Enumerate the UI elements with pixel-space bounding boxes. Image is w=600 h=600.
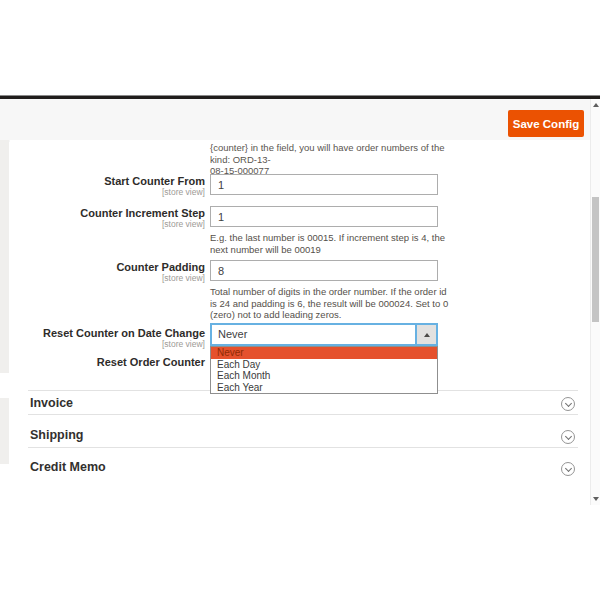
screenshot-canvas: Save Config {counter} in the field, you … bbox=[0, 0, 600, 600]
dropdown-option-never[interactable]: Never bbox=[211, 347, 437, 359]
section-divider bbox=[28, 447, 578, 448]
counter-padding-note: Total number of digits in the order numb… bbox=[210, 286, 450, 321]
comment-line: {counter} in the field, you will have or… bbox=[210, 142, 450, 165]
triangle-up-icon bbox=[424, 333, 430, 337]
order-number-format-comment: {counter} in the field, you will have or… bbox=[210, 142, 450, 177]
page-action-bar bbox=[0, 99, 590, 142]
section-shipping[interactable]: Shipping bbox=[30, 428, 83, 442]
chevron-down-icon bbox=[564, 432, 571, 439]
increment-step-input[interactable] bbox=[210, 206, 438, 227]
chevron-down-circle-icon[interactable] bbox=[561, 430, 575, 444]
reset-on-date-dropdown: Never Each Day Each Month Each Year bbox=[210, 346, 438, 394]
left-nav-sliver bbox=[0, 398, 9, 464]
counter-padding-input[interactable] bbox=[210, 260, 438, 281]
reset-on-date-scope: [store view] bbox=[20, 339, 205, 349]
scrollbar-thumb[interactable] bbox=[592, 197, 599, 322]
start-counter-input[interactable] bbox=[210, 174, 438, 195]
scroll-down-arrow-icon[interactable] bbox=[593, 497, 599, 501]
increment-step-note: E.g. the last number is 00015. If increm… bbox=[210, 232, 450, 255]
counter-padding-label: Counter Padding bbox=[20, 261, 205, 273]
dropdown-option-each-day[interactable]: Each Day bbox=[211, 359, 437, 371]
start-counter-scope: [store view] bbox=[20, 187, 205, 197]
vertical-scrollbar[interactable] bbox=[590, 99, 600, 505]
select-current-value: Never bbox=[212, 325, 415, 344]
save-config-button[interactable]: Save Config bbox=[508, 110, 584, 137]
section-divider bbox=[28, 414, 578, 415]
chevron-down-icon bbox=[564, 399, 571, 406]
chevron-down-circle-icon[interactable] bbox=[561, 462, 575, 476]
scroll-up-arrow-icon[interactable] bbox=[593, 103, 599, 107]
chevron-down-icon bbox=[564, 464, 571, 471]
chevron-down-circle-icon[interactable] bbox=[561, 397, 575, 411]
reset-on-date-select[interactable]: Never bbox=[210, 323, 438, 346]
section-invoice[interactable]: Invoice bbox=[30, 396, 73, 410]
increment-step-label: Counter Increment Step bbox=[20, 207, 205, 219]
dropdown-option-each-month[interactable]: Each Month bbox=[211, 370, 437, 382]
select-arrow-button[interactable] bbox=[415, 325, 436, 344]
section-credit-memo[interactable]: Credit Memo bbox=[30, 460, 106, 474]
dropdown-option-each-year[interactable]: Each Year bbox=[211, 382, 437, 394]
reset-on-date-label: Reset Counter on Date Change bbox=[20, 327, 205, 339]
reset-order-counter-label: Reset Order Counter bbox=[20, 356, 205, 368]
left-nav-sliver bbox=[0, 140, 9, 373]
increment-step-scope: [store view] bbox=[20, 219, 205, 229]
counter-padding-scope: [store view] bbox=[20, 273, 205, 283]
start-counter-label: Start Counter From bbox=[20, 175, 205, 187]
